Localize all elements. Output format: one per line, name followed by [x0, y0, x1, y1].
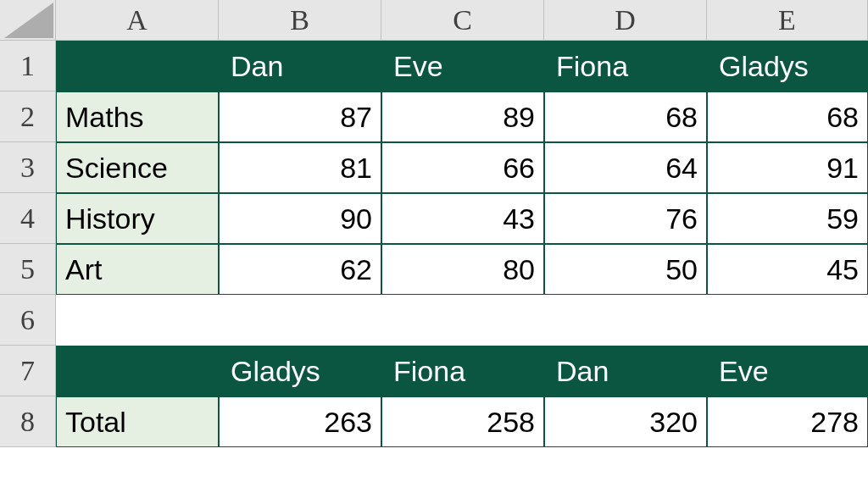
row-header-2[interactable]: 2 [0, 91, 56, 142]
row-header-6[interactable]: 6 [0, 295, 56, 346]
cell-d6[interactable] [544, 295, 707, 346]
col-header-a[interactable]: A [56, 0, 219, 41]
row-header-8[interactable]: 8 [0, 396, 56, 447]
spreadsheet-grid: A B C D E 1 Dan Eve Fiona Gladys 2 Maths… [0, 0, 868, 447]
col-header-e[interactable]: E [707, 0, 868, 41]
cell-b7[interactable]: Gladys [219, 346, 381, 396]
row-header-4[interactable]: 4 [0, 193, 56, 244]
cell-c5[interactable]: 80 [381, 244, 544, 295]
cell-e7[interactable]: Eve [707, 346, 868, 396]
cell-c8[interactable]: 258 [381, 396, 544, 447]
cell-b5[interactable]: 62 [219, 244, 381, 295]
cell-d3[interactable]: 64 [544, 142, 707, 193]
cell-c7[interactable]: Fiona [381, 346, 544, 396]
row-header-1[interactable]: 1 [0, 41, 56, 91]
cell-e3[interactable]: 91 [707, 142, 868, 193]
cell-e8[interactable]: 278 [707, 396, 868, 447]
row-header-3[interactable]: 3 [0, 142, 56, 193]
cell-a1[interactable] [56, 41, 219, 91]
cell-c4[interactable]: 43 [381, 193, 544, 244]
cell-b3[interactable]: 81 [219, 142, 381, 193]
row-header-7[interactable]: 7 [0, 346, 56, 396]
cell-c1[interactable]: Eve [381, 41, 544, 91]
cell-e6[interactable] [707, 295, 868, 346]
cell-a5[interactable]: Art [56, 244, 219, 295]
cell-a2[interactable]: Maths [56, 91, 219, 142]
cell-d5[interactable]: 50 [544, 244, 707, 295]
cell-c3[interactable]: 66 [381, 142, 544, 193]
cell-b1[interactable]: Dan [219, 41, 381, 91]
col-header-d[interactable]: D [544, 0, 707, 41]
cell-b4[interactable]: 90 [219, 193, 381, 244]
col-header-c[interactable]: C [381, 0, 544, 41]
cell-a8[interactable]: Total [56, 396, 219, 447]
cell-d1[interactable]: Fiona [544, 41, 707, 91]
cell-a4[interactable]: History [56, 193, 219, 244]
cell-d7[interactable]: Dan [544, 346, 707, 396]
cell-b8[interactable]: 263 [219, 396, 381, 447]
cell-c6[interactable] [381, 295, 544, 346]
col-header-b[interactable]: B [219, 0, 381, 41]
cell-b6[interactable] [219, 295, 381, 346]
cell-e1[interactable]: Gladys [707, 41, 868, 91]
row-header-5[interactable]: 5 [0, 244, 56, 295]
select-all-triangle[interactable] [0, 0, 56, 41]
cell-b2[interactable]: 87 [219, 91, 381, 142]
cell-e2[interactable]: 68 [707, 91, 868, 142]
cell-e4[interactable]: 59 [707, 193, 868, 244]
cell-a6[interactable] [56, 295, 219, 346]
cell-c2[interactable]: 89 [381, 91, 544, 142]
cell-e5[interactable]: 45 [707, 244, 868, 295]
cell-a7[interactable] [56, 346, 219, 396]
cell-d2[interactable]: 68 [544, 91, 707, 142]
cell-a3[interactable]: Science [56, 142, 219, 193]
cell-d4[interactable]: 76 [544, 193, 707, 244]
cell-d8[interactable]: 320 [544, 396, 707, 447]
